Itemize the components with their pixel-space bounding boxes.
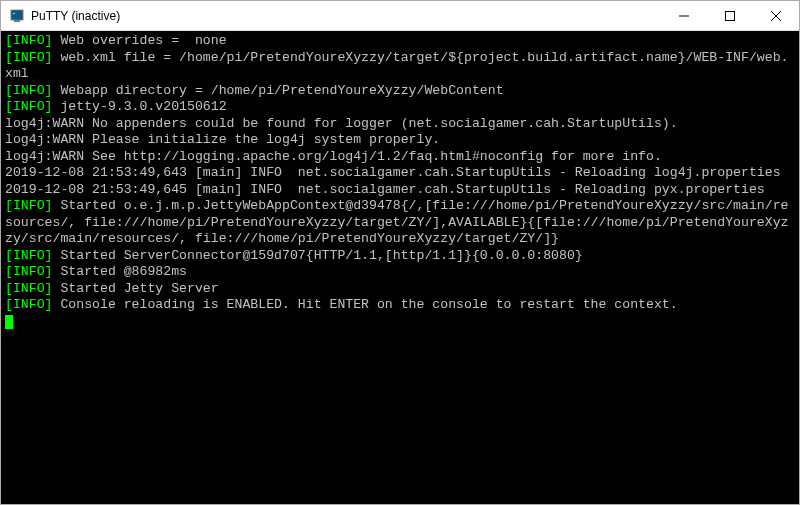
log-text: log4j:WARN See http://logging.apache.org… xyxy=(5,149,662,164)
log-level-tag: [INFO] xyxy=(5,33,52,48)
svg-rect-2 xyxy=(13,13,15,14)
terminal-line: log4j:WARN Please initialize the log4j s… xyxy=(5,132,795,149)
terminal-line: log4j:WARN No appenders could be found f… xyxy=(5,116,795,133)
maximize-button[interactable] xyxy=(707,1,753,30)
log-level-tag: [INFO] xyxy=(5,83,52,98)
terminal-line: [INFO] jetty-9.3.0.v20150612 xyxy=(5,99,795,116)
log-text: 2019-12-08 21:53:49,645 [main] INFO net.… xyxy=(5,182,765,197)
terminal-line: log4j:WARN See http://logging.apache.org… xyxy=(5,149,795,166)
log-level-tag: [INFO] xyxy=(5,281,52,296)
log-text: Started o.e.j.m.p.JettyWebAppContext@d39… xyxy=(5,198,788,246)
terminal-line: [INFO] web.xml file = /home/pi/PretendYo… xyxy=(5,50,795,83)
terminal-line: [INFO] Started o.e.j.m.p.JettyWebAppCont… xyxy=(5,198,795,248)
terminal-cursor xyxy=(5,315,13,329)
terminal-line: 2019-12-08 21:53:49,643 [main] INFO net.… xyxy=(5,165,795,182)
log-text: log4j:WARN No appenders could be found f… xyxy=(5,116,678,131)
log-text: web.xml file = /home/pi/PretendYoureXyzz… xyxy=(5,50,788,82)
terminal-line: 2019-12-08 21:53:49,645 [main] INFO net.… xyxy=(5,182,795,199)
log-text: Started @86982ms xyxy=(52,264,187,279)
terminal-line: [INFO] Started ServerConnector@159d707{H… xyxy=(5,248,795,265)
log-level-tag: [INFO] xyxy=(5,198,52,213)
terminal-output[interactable]: [INFO] Web overrides = none[INFO] web.xm… xyxy=(1,31,799,505)
close-button[interactable] xyxy=(753,1,799,30)
minimize-button[interactable] xyxy=(661,1,707,30)
log-level-tag: [INFO] xyxy=(5,50,52,65)
log-text: 2019-12-08 21:53:49,643 [main] INFO net.… xyxy=(5,165,781,180)
log-text: Webapp directory = /home/pi/PretendYoure… xyxy=(52,83,503,98)
window-title: PuTTY (inactive) xyxy=(31,9,661,23)
putty-icon xyxy=(9,8,25,24)
terminal-line: [INFO] Webapp directory = /home/pi/Prete… xyxy=(5,83,795,100)
window-titlebar: PuTTY (inactive) xyxy=(1,1,799,31)
terminal-line: [INFO] Started Jetty Server xyxy=(5,281,795,298)
log-text: Started ServerConnector@159d707{HTTP/1.1… xyxy=(52,248,582,263)
log-text: Web overrides = none xyxy=(52,33,226,48)
window-controls xyxy=(661,1,799,30)
svg-rect-1 xyxy=(12,11,22,19)
terminal-line: [INFO] Console reloading is ENABLED. Hit… xyxy=(5,297,795,314)
log-text: jetty-9.3.0.v20150612 xyxy=(52,99,226,114)
svg-rect-5 xyxy=(726,11,735,20)
terminal-line: [INFO] Web overrides = none xyxy=(5,33,795,50)
log-level-tag: [INFO] xyxy=(5,297,52,312)
log-text: Console reloading is ENABLED. Hit ENTER … xyxy=(52,297,677,312)
log-level-tag: [INFO] xyxy=(5,248,52,263)
log-text: Started Jetty Server xyxy=(52,281,218,296)
log-level-tag: [INFO] xyxy=(5,99,52,114)
svg-rect-3 xyxy=(14,20,20,22)
log-text: log4j:WARN Please initialize the log4j s… xyxy=(5,132,440,147)
terminal-line: [INFO] Started @86982ms xyxy=(5,264,795,281)
log-level-tag: [INFO] xyxy=(5,264,52,279)
